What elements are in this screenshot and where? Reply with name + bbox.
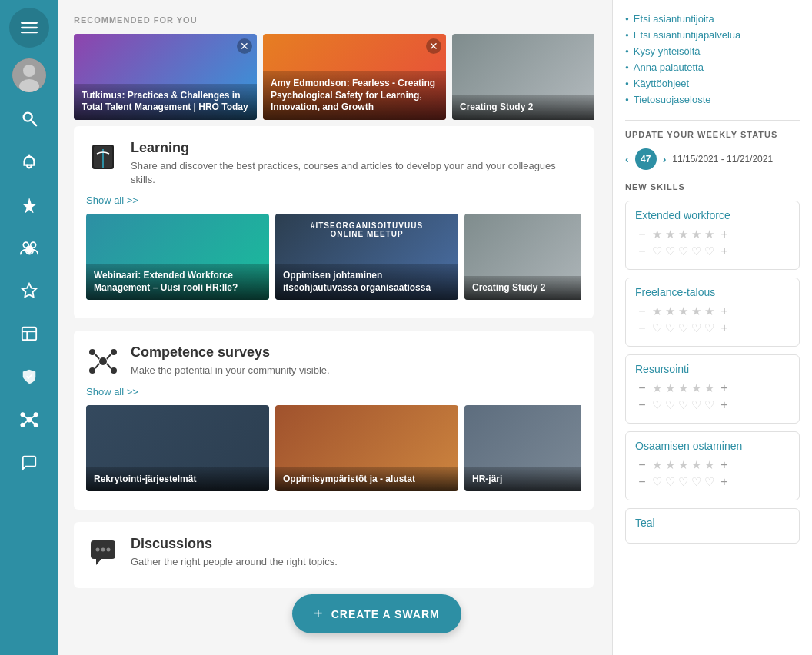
sidebar-search[interactable] [9,98,49,138]
skill-1-minus[interactable]: − [635,228,649,241]
weekly-status-title: UPDATE YOUR WEEKLY STATUS [625,130,800,139]
skill-name-5[interactable]: Teal [635,517,790,529]
skill-2-heart-1[interactable]: ♡ [652,321,662,335]
skill-3-heart-2[interactable]: ♡ [665,398,675,412]
skill-2-plus[interactable]: + [717,304,731,318]
svg-line-22 [32,416,35,418]
skill-4-heart-plus[interactable]: + [717,475,731,489]
skill-3-star-5[interactable]: ★ [704,381,714,395]
menu-link-privacy[interactable]: Tietosuojaseloste [625,91,800,108]
skill-1-heart-2[interactable]: ♡ [665,244,675,258]
skill-4-plus[interactable]: + [717,458,731,472]
skill-4-heart-minus[interactable]: − [635,475,649,489]
skill-3-star-1[interactable]: ★ [652,381,662,395]
skill-2-heart-4[interactable]: ♡ [691,321,701,335]
skill-1-star-3[interactable]: ★ [678,228,688,241]
skill-1-heart-1[interactable]: ♡ [652,244,662,258]
skill-2-heart-2[interactable]: ♡ [665,321,675,335]
learning-card-3-title: Creating Study 2 [472,282,581,294]
skill-4-star-4[interactable]: ★ [691,458,701,472]
skill-4-heart-3[interactable]: ♡ [678,475,688,489]
skill-card-5: Teal [625,508,800,544]
competence-card-1[interactable]: Rekrytointi-järjestelmät [86,405,269,491]
recommended-card-1[interactable]: ✕ Tutkimus: Practices & Challenges in To… [74,34,257,120]
skill-1-star-4[interactable]: ★ [691,228,701,241]
sidebar-network[interactable] [9,400,49,440]
skill-3-heart-3[interactable]: ♡ [678,398,688,412]
skill-4-heart-5[interactable]: ♡ [704,475,714,489]
skill-3-star-2[interactable]: ★ [665,381,675,395]
skill-4-star-3[interactable]: ★ [678,458,688,472]
skill-name-4[interactable]: Osaamisen ostaminen [635,440,790,452]
learning-card-1[interactable]: Webinaari: Extended Workforce Management… [86,214,269,300]
skill-1-heart-3[interactable]: ♡ [678,244,688,258]
skill-3-plus[interactable]: + [717,381,731,395]
skill-3-star-3[interactable]: ★ [678,381,688,395]
skill-name-2[interactable]: Freelance-talous [635,286,790,298]
sidebar-learning[interactable] [9,357,49,397]
skill-3-heart-1[interactable]: ♡ [652,398,662,412]
sidebar-starred[interactable] [9,185,49,224]
skill-4-star-1[interactable]: ★ [652,458,662,472]
skill-2-star-1[interactable]: ★ [652,304,662,318]
skill-name-3[interactable]: Resursointi [635,363,790,375]
skill-4-heart-4[interactable]: ♡ [691,475,701,489]
skill-4-heart-2[interactable]: ♡ [665,475,675,489]
close-icon-1[interactable]: ✕ [237,38,252,54]
sidebar-community[interactable] [9,228,49,268]
skill-4-star-2[interactable]: ★ [665,458,675,472]
learning-show-all[interactable]: Show all >> [86,195,138,206]
skill-1-star-1[interactable]: ★ [652,228,662,241]
menu-link-instructions[interactable]: Käyttöohjeet [625,75,800,91]
sidebar-achievements[interactable] [9,271,49,311]
skill-2-star-3[interactable]: ★ [678,304,688,318]
sidebar-content[interactable] [9,314,49,354]
skill-2-heart-3[interactable]: ♡ [678,321,688,335]
learning-card-3[interactable]: Creating Study 2 [464,214,581,300]
week-prev-button[interactable]: ‹ [625,153,629,165]
skill-1-heart-4[interactable]: ♡ [691,244,701,258]
recommended-card-3[interactable]: ✕ Creating Study 2 [452,34,594,120]
skill-1-heart-plus[interactable]: + [717,244,731,258]
skill-2-heart-5[interactable]: ♡ [704,321,714,335]
competence-card-2[interactable]: Oppimisympäristöt ja - alustat [275,405,458,491]
skill-3-heart-5[interactable]: ♡ [704,398,714,412]
menu-link-expert-service[interactable]: Etsi asiantuntijapalvelua [625,27,800,43]
skill-4-star-5[interactable]: ★ [704,458,714,472]
sidebar-avatar[interactable] [9,55,49,95]
skill-1-star-2[interactable]: ★ [665,228,675,241]
skill-2-minus[interactable]: − [635,304,649,318]
close-icon-2[interactable]: ✕ [426,38,441,54]
sidebar-chat[interactable] [9,443,49,483]
skill-3-star-4[interactable]: ★ [691,381,701,395]
skill-3-minus[interactable]: − [635,381,649,395]
skill-1-plus[interactable]: + [717,228,731,241]
competence-card-3[interactable]: HR-järj [464,405,581,491]
skill-2-star-4[interactable]: ★ [691,304,701,318]
skill-1-heart-minus[interactable]: − [635,244,649,258]
skill-1-star-5[interactable]: ★ [704,228,714,241]
learning-card-2[interactable]: #ITSEORGANISOITUVUUSONLINE MEETUP Oppimi… [275,214,458,300]
menu-link-experts[interactable]: Etsi asiantuntijoita [625,11,800,27]
menu-link-feedback[interactable]: Anna palautetta [625,59,800,75]
sidebar-menu-button[interactable] [9,8,49,48]
week-number-badge[interactable]: 47 [635,148,657,170]
week-next-button[interactable]: › [663,153,667,165]
competence-show-all[interactable]: Show all >> [86,386,138,397]
skill-4-minus[interactable]: − [635,458,649,472]
sidebar-notifications[interactable] [9,141,49,181]
skill-3-heart-plus[interactable]: + [717,398,731,412]
skill-2-heart-plus[interactable]: + [717,321,731,335]
skill-4-heart-1[interactable]: ♡ [652,475,662,489]
skill-1-heart-5[interactable]: ♡ [704,244,714,258]
skill-2-star-5[interactable]: ★ [704,304,714,318]
skill-3-heart-minus[interactable]: − [635,398,649,412]
svg-line-23 [24,421,27,424]
skill-3-heart-4[interactable]: ♡ [691,398,701,412]
skill-2-star-2[interactable]: ★ [665,304,675,318]
create-swarm-button[interactable]: + CREATE A SWARM [292,594,461,633]
skill-name-1[interactable]: Extended workforce [635,209,790,221]
menu-link-ask-community[interactable]: Kysy yhteisöltä [625,43,800,59]
skill-2-heart-minus[interactable]: − [635,321,649,335]
recommended-card-2[interactable]: ✕ Amy Edmondson: Fearless - Creating Psy… [263,34,446,120]
